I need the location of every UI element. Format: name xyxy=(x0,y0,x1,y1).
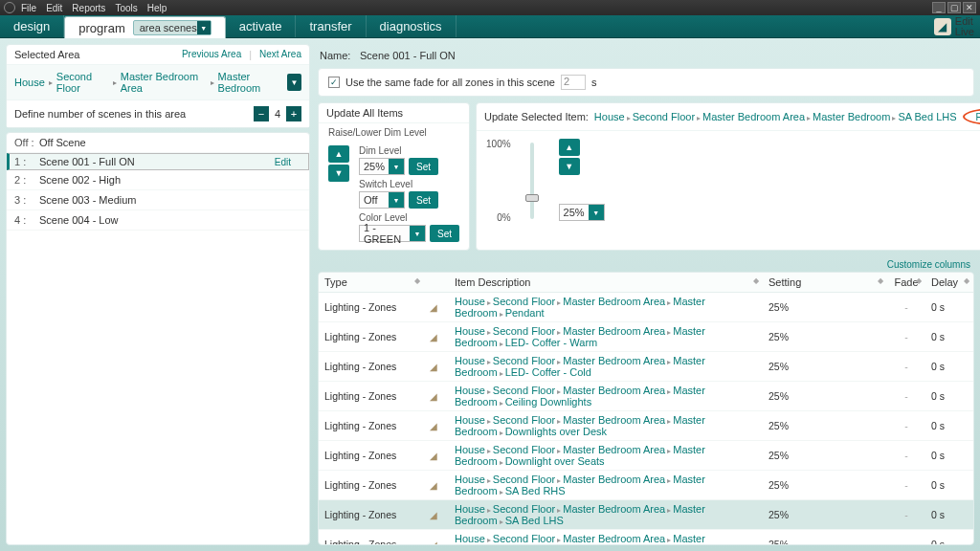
scenes-increment-button[interactable]: + xyxy=(286,106,301,121)
zone-type-icon: ◢ xyxy=(430,362,439,372)
selected-raise-button[interactable]: ▲ xyxy=(559,139,580,156)
selected-level-select[interactable]: 25%▼ xyxy=(559,204,605,221)
menu-reports[interactable]: Reports xyxy=(72,3,105,13)
table-row[interactable]: Lighting - Zones ◢ House▸Second Floor▸Ma… xyxy=(319,411,973,441)
switch-set-button[interactable]: Set xyxy=(409,191,438,209)
slider-thumb-icon[interactable] xyxy=(525,194,539,202)
maximize-button[interactable]: ▢ xyxy=(947,2,961,13)
edit-scene-link[interactable]: Edit xyxy=(275,157,291,167)
scene-row[interactable]: 4 :Scene 004 - Low xyxy=(7,210,309,231)
live-feed-icon: ◢ xyxy=(934,18,951,35)
zone-type-icon: ◢ xyxy=(430,510,439,520)
minimize-button[interactable]: _ xyxy=(932,2,946,13)
zone-type-icon: ◢ xyxy=(430,332,439,342)
update-selected-header: Update Selected Item: xyxy=(484,111,589,122)
tab-design[interactable]: design xyxy=(0,15,64,37)
dim-level-label: Dim Level xyxy=(359,145,459,156)
col-type[interactable]: Type◆ xyxy=(319,273,424,293)
scene-row[interactable]: Off :Off Scene xyxy=(7,133,309,153)
color-set-button[interactable]: Set xyxy=(430,225,459,242)
table-row[interactable]: Lighting - Zones ◢ House▸Second Floor▸Ma… xyxy=(319,382,973,411)
selected-area-header: Selected Area xyxy=(14,49,80,60)
live-label: Live xyxy=(955,27,974,37)
main-tabs: designprogramarea scenes▼activatetransfe… xyxy=(0,15,980,38)
slider-min-label: 0% xyxy=(497,212,510,223)
same-fade-checkbox[interactable]: ✓ xyxy=(328,77,340,88)
customize-columns-link[interactable]: Customize columns xyxy=(887,259,970,270)
switch-level-select[interactable]: Off▼ xyxy=(359,191,405,209)
edit-label: Edit xyxy=(955,16,974,27)
menu-help[interactable]: Help xyxy=(147,3,167,13)
table-row[interactable]: Lighting - Zones ◢ House▸Second Floor▸Ma… xyxy=(319,441,973,471)
table-row[interactable]: Lighting - Zones ◢ House▸Second Floor▸Ma… xyxy=(319,471,973,500)
selected-item-breadcrumb[interactable]: House▸Second Floor▸Master Bedroom Area▸M… xyxy=(594,111,957,122)
previous-area-link[interactable]: Previous Area xyxy=(182,49,241,60)
area-breadcrumb[interactable]: House▸Second Floor▸Master Bedroom Area▸M… xyxy=(7,65,309,100)
scene-list: Off :Off Scene1 :Scene 001 - Full ONEdit… xyxy=(6,132,310,545)
tab-activate[interactable]: activate xyxy=(226,15,297,37)
col-setting[interactable]: Setting◆ xyxy=(763,273,887,293)
table-row[interactable]: Lighting - Zones ◢ House▸Second Floor▸Ma… xyxy=(319,352,973,382)
scene-row[interactable]: 3 :Scene 003 - Medium xyxy=(7,190,309,210)
table-row[interactable]: Lighting - Zones ◢ House▸Second Floor▸Ma… xyxy=(319,530,973,546)
dim-set-button[interactable]: Set xyxy=(409,158,438,175)
name-label: Name: xyxy=(320,50,350,61)
tab-program[interactable]: programarea scenes▼ xyxy=(64,16,225,38)
menu-tools[interactable]: Tools xyxy=(115,3,137,13)
same-fade-label: Use the same fade for all zones in this … xyxy=(345,77,555,88)
level-slider[interactable]: 100% 0% xyxy=(486,139,544,231)
zone-type-icon: ◢ xyxy=(430,302,439,313)
window-titlebar: FileEditReportsToolsHelp _ ▢ ✕ xyxy=(0,0,980,15)
raise-lower-label: Raise/Lower Dim Level xyxy=(319,123,469,138)
system-menu-icon[interactable] xyxy=(4,2,15,13)
define-scenes-label: Define number of scenes in this area xyxy=(14,108,186,120)
previous-item-link[interactable]: Previous xyxy=(976,112,980,122)
update-all-panel: Update All Items Raise/Lower Dim Level ▲… xyxy=(318,102,470,251)
col-fade[interactable]: Fade◆ xyxy=(887,273,925,293)
dim-level-select[interactable]: 25%▼ xyxy=(359,158,405,175)
table-row[interactable]: Lighting - Zones ◢ House▸Second Floor▸Ma… xyxy=(319,293,973,322)
lower-dim-button[interactable]: ▼ xyxy=(328,165,349,182)
scene-row[interactable]: 1 :Scene 001 - Full ONEdit xyxy=(7,153,309,170)
table-row[interactable]: Lighting - Zones ◢ House▸Second Floor▸Ma… xyxy=(319,500,973,530)
edit-live-pill[interactable]: ◢ Edit Live xyxy=(928,15,980,37)
update-selected-panel: Update Selected Item: House▸Second Floor… xyxy=(476,102,980,251)
zone-type-icon: ◢ xyxy=(430,451,439,461)
close-button[interactable]: ✕ xyxy=(963,2,976,13)
program-subselect[interactable]: area scenes▼ xyxy=(133,20,212,35)
zone-type-icon: ◢ xyxy=(430,421,439,431)
update-all-header: Update All Items xyxy=(326,107,403,119)
same-fade-input[interactable]: 2 xyxy=(561,75,586,90)
zone-type-icon: ◢ xyxy=(430,480,439,491)
menu-edit[interactable]: Edit xyxy=(46,3,62,13)
zone-type-icon: ◢ xyxy=(430,391,439,402)
zones-table: Type◆ Item Description◆ Setting◆ Fade◆ D… xyxy=(319,273,973,545)
seconds-label: s xyxy=(591,77,597,88)
scene-row[interactable]: 2 :Scene 002 - High xyxy=(7,170,309,190)
col-description[interactable]: Item Description◆ xyxy=(449,273,763,293)
switch-level-label: Switch Level xyxy=(359,179,459,189)
menu-file[interactable]: File xyxy=(21,3,36,13)
zone-type-icon: ◢ xyxy=(430,540,439,545)
slider-max-label: 100% xyxy=(486,139,511,149)
raise-dim-button[interactable]: ▲ xyxy=(328,145,349,163)
selected-lower-button[interactable]: ▼ xyxy=(559,158,580,175)
color-level-select[interactable]: 1 - GREEN▼ xyxy=(359,225,426,242)
scenes-decrement-button[interactable]: − xyxy=(254,106,269,121)
scenes-count-value: 4 xyxy=(269,108,286,120)
tab-diagnostics[interactable]: diagnostics xyxy=(367,15,457,37)
next-area-link[interactable]: Next Area xyxy=(259,49,301,60)
table-row[interactable]: Lighting - Zones ◢ House▸Second Floor▸Ma… xyxy=(319,322,973,352)
col-delay[interactable]: Delay◆ xyxy=(925,273,973,293)
tab-transfer[interactable]: transfer xyxy=(296,15,366,37)
chevron-down-icon[interactable]: ▼ xyxy=(287,74,301,91)
prev-next-highlight: Previous | Next xyxy=(963,107,980,126)
scene-name-value: Scene 001 - Full ON xyxy=(360,50,456,61)
